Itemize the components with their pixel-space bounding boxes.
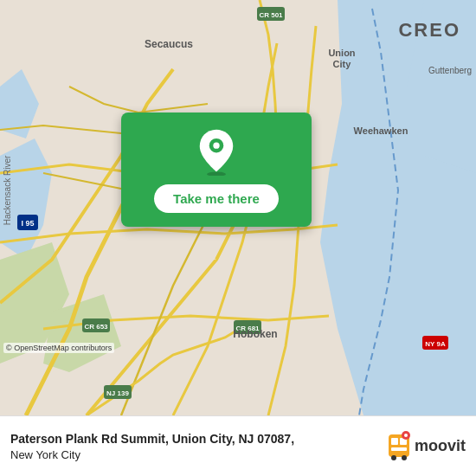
svg-text:Secaucus: Secaucus	[145, 38, 193, 50]
svg-text:I 95: I 95	[21, 219, 34, 228]
footer-text: Paterson Plank Rd Summit, Union City, NJ…	[10, 431, 387, 461]
map-container: I 95 CR 501 CR 681 CR 653 NJ 139 NY 9A S…	[0, 0, 476, 415]
svg-point-33	[391, 455, 396, 460]
svg-point-26	[207, 171, 226, 176]
svg-text:Hoboken: Hoboken	[233, 328, 277, 340]
svg-text:Hackensack River: Hackensack River	[3, 155, 12, 225]
moovit-icon	[387, 431, 411, 462]
svg-text:CR 653: CR 653	[84, 323, 108, 331]
svg-text:NJ 139: NJ 139	[106, 389, 129, 397]
footer: Paterson Plank Rd Summit, Union City, NJ…	[0, 415, 476, 476]
svg-text:CR 501: CR 501	[259, 11, 283, 19]
svg-rect-32	[391, 447, 407, 451]
svg-point-36	[404, 434, 408, 437]
location-pin-icon	[195, 128, 238, 176]
take-me-there-button[interactable]: Take me there	[154, 184, 279, 213]
moovit-logo: moovit	[387, 431, 466, 462]
svg-point-28	[213, 143, 219, 149]
green-action-box: Take me there	[121, 113, 312, 227]
svg-point-34	[402, 455, 407, 460]
svg-text:NY 9A: NY 9A	[425, 340, 446, 348]
svg-text:Union: Union	[328, 48, 355, 58]
osm-attribution: © OpenStreetMap contributors	[3, 343, 114, 353]
svg-rect-30	[391, 438, 398, 445]
svg-text:City: City	[333, 59, 352, 69]
button-overlay: Take me there	[121, 113, 312, 227]
svg-text:Weehawken: Weehawken	[354, 125, 408, 136]
svg-text:Guttenberg: Guttenberg	[428, 66, 472, 75]
creo-label: CREO	[398, 19, 460, 42]
footer-subtitle: New York City	[10, 448, 387, 461]
moovit-text-label: moovit	[415, 437, 466, 455]
footer-title: Paterson Plank Rd Summit, Union City, NJ…	[10, 431, 387, 448]
